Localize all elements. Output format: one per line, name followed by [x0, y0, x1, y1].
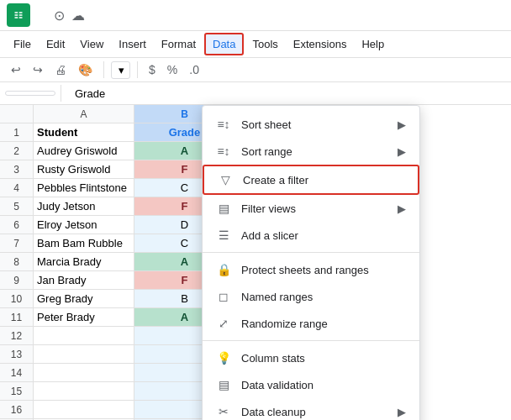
menu-item-named-ranges[interactable]: ◻Named ranges — [203, 283, 419, 310]
randomize-range-icon: ⤢ — [216, 316, 231, 331]
svg-rect-0 — [13, 9, 24, 21]
column-stats-label: Column stats — [241, 352, 406, 365]
data-cleanup-icon: ✂ — [216, 404, 231, 419]
sort-sheet-label: Sort sheet — [241, 118, 387, 131]
svg-rect-3 — [15, 14, 18, 16]
data-cleanup-label: Data cleanup — [241, 406, 387, 418]
cell-a-7[interactable]: Bam Bam Rubble — [34, 234, 134, 253]
formula-input[interactable] — [71, 86, 506, 102]
menu-separator — [203, 340, 419, 341]
menu-format[interactable]: Format — [155, 34, 203, 54]
menu-extensions[interactable]: Extensions — [287, 34, 354, 54]
sort-range-icon: ≡↕ — [216, 144, 231, 159]
menu-item-data-validation[interactable]: ▤Data validation — [203, 371, 419, 398]
cell-a-1[interactable]: Student — [34, 123, 134, 142]
menu-file[interactable]: File — [7, 34, 38, 54]
cloud-sync-icon: ⊙ — [54, 8, 65, 24]
menu-data[interactable]: Data — [204, 33, 244, 55]
cell-a-14[interactable] — [34, 364, 134, 382]
cell-a-4[interactable]: Pebbles Flintstone — [34, 179, 134, 197]
cell-reference[interactable] — [5, 91, 55, 96]
svg-rect-2 — [19, 12, 23, 13]
menu-edit[interactable]: Edit — [40, 34, 71, 54]
row-num-7: 7 — [0, 234, 34, 253]
row-numbers: 1234567891011121314151617 — [0, 123, 34, 420]
toolbar: ↩ ↪ 🖨 🎨 ▾ $ % .0 — [0, 58, 511, 82]
menu-item-protect-sheets[interactable]: 🔒Protect sheets and ranges — [203, 256, 419, 283]
row-num-11: 11 — [0, 308, 34, 327]
main-area: A B 1234567891011121314151617 StudentAud… — [0, 105, 511, 420]
sort-range-label: Sort range — [241, 145, 387, 158]
add-slicer-icon: ☰ — [216, 228, 231, 243]
cloud-icon: ☁ — [71, 8, 85, 24]
print-button[interactable]: 🖨 — [50, 60, 71, 79]
decimal-button[interactable]: .0 — [185, 60, 203, 79]
filter-views-icon: ▤ — [216, 201, 231, 216]
row-num-16: 16 — [0, 401, 34, 419]
row-num-15: 15 — [0, 382, 34, 401]
row-num-3: 3 — [0, 160, 34, 179]
undo-button[interactable]: ↩ — [7, 60, 25, 79]
randomize-range-label: Randomize range — [241, 318, 406, 330]
top-bar: ⊙ ☁ — [0, 0, 511, 31]
cell-a-11[interactable]: Peter Brady — [34, 308, 134, 327]
menu-item-sort-range[interactable]: ≡↕Sort range▶ — [203, 138, 419, 165]
menu-tools[interactable]: Tools — [245, 34, 284, 54]
row-num-12: 12 — [0, 327, 34, 345]
cell-a-3[interactable]: Rusty Griswold — [34, 160, 134, 179]
paint-format-button[interactable]: 🎨 — [74, 60, 97, 79]
cell-a-9[interactable]: Jan Brady — [34, 271, 134, 290]
filter-views-arrow: ▶ — [398, 202, 406, 215]
svg-rect-6 — [19, 17, 23, 18]
menu-item-column-stats[interactable]: 💡Column stats — [203, 344, 419, 371]
named-ranges-label: Named ranges — [241, 291, 406, 303]
menu-item-sort-sheet[interactable]: ≡↕Sort sheet▶ — [203, 111, 419, 138]
protect-sheets-label: Protect sheets and ranges — [241, 264, 406, 276]
cell-a-10[interactable]: Greg Brady — [34, 290, 134, 308]
menu-help[interactable]: Help — [355, 34, 391, 54]
cell-a-8[interactable]: Marcia Brady — [34, 253, 134, 271]
col-a: StudentAudrey GriswoldRusty GriswoldPebb… — [34, 123, 134, 420]
zoom-arrow-icon: ▾ — [119, 64, 124, 76]
create-filter-icon: ▽ — [218, 172, 233, 187]
col-header-a[interactable]: A — [34, 105, 134, 123]
menu-view[interactable]: View — [73, 34, 110, 54]
formula-sep — [61, 85, 61, 102]
redo-button[interactable]: ↪ — [29, 60, 47, 79]
cell-a-2[interactable]: Audrey Griswold — [34, 142, 134, 160]
row-num-4: 4 — [0, 179, 34, 197]
cell-a-6[interactable]: Elroy Jetson — [34, 216, 134, 234]
sort-range-arrow: ▶ — [398, 145, 406, 158]
menu-insert[interactable]: Insert — [112, 34, 153, 54]
create-filter-label: Create a filter — [243, 174, 404, 186]
column-stats-icon: 💡 — [216, 350, 231, 365]
cell-a-5[interactable]: Judy Jetson — [34, 197, 134, 216]
row-num-6: 6 — [0, 216, 34, 234]
cell-a-16[interactable] — [34, 401, 134, 419]
menu-bar: File Edit View Insert Format Data Tools … — [0, 31, 511, 58]
corner-cell — [0, 105, 34, 123]
app-icon — [7, 3, 30, 27]
data-menu-dropdown: ≡↕Sort sheet▶≡↕Sort range▶▽Create a filt… — [202, 105, 420, 420]
percent-button[interactable]: % — [163, 60, 182, 79]
toolbar-sep-2 — [137, 61, 138, 78]
toolbar-sep-1 — [103, 61, 104, 78]
cell-a-12[interactable] — [34, 327, 134, 345]
menu-item-randomize-range[interactable]: ⤢Randomize range — [203, 310, 419, 337]
zoom-control[interactable]: ▾ — [111, 61, 130, 79]
row-num-14: 14 — [0, 364, 34, 382]
cell-a-13[interactable] — [34, 345, 134, 364]
svg-rect-4 — [19, 14, 23, 16]
cell-a-15[interactable] — [34, 382, 134, 401]
menu-item-filter-views[interactable]: ▤Filter views▶ — [203, 195, 419, 222]
menu-item-create-filter[interactable]: ▽Create a filter — [203, 165, 419, 195]
dollar-button[interactable]: $ — [145, 60, 160, 79]
row-num-1: 1 — [0, 123, 34, 142]
named-ranges-icon: ◻ — [216, 289, 231, 304]
row-num-2: 2 — [0, 142, 34, 160]
data-validation-icon: ▤ — [216, 377, 231, 392]
menu-item-data-cleanup[interactable]: ✂Data cleanup▶ — [203, 398, 419, 420]
menu-item-add-slicer[interactable]: ☰Add a slicer — [203, 222, 419, 249]
row-num-8: 8 — [0, 253, 34, 271]
filter-views-label: Filter views — [241, 202, 387, 215]
